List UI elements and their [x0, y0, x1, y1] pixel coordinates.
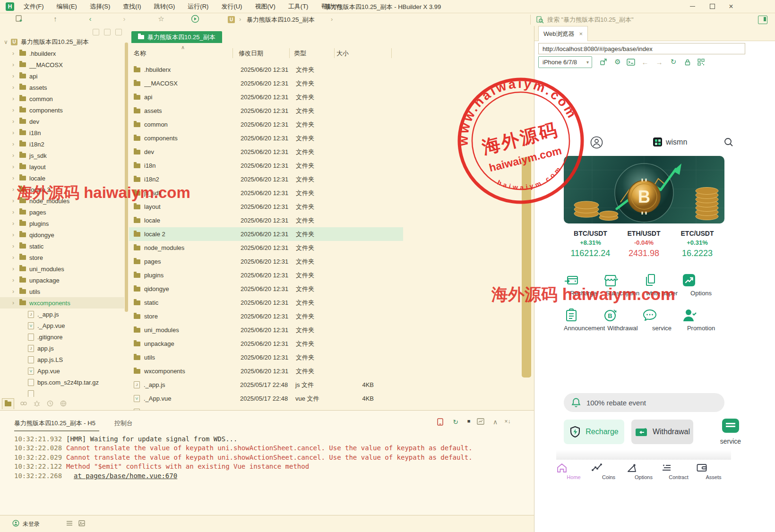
file-row[interactable]: .hbuilderx 2025/06/20 12:31 文件夹 [129, 63, 403, 77]
ticker-item[interactable]: ETC/USDT +0.31% 16.2223 [671, 230, 724, 258]
tree-toggle-icon[interactable]: › [12, 254, 19, 261]
tree-item[interactable]: ._app.js [0, 309, 124, 320]
file-row[interactable]: layout 2025/06/20 12:31 文件夹 [129, 200, 403, 214]
menu-item[interactable]: 查找(I) [123, 2, 141, 11]
tree-toggle-icon[interactable]: › [12, 95, 19, 102]
tree-item[interactable]: › pages [0, 206, 124, 218]
tree-item[interactable]: › locale [0, 172, 124, 184]
menu-item[interactable]: 发行(U) [221, 2, 242, 11]
new-file-icon[interactable] [15, 15, 26, 24]
file-row[interactable]: unpackage 2025/06/20 12:31 文件夹 [129, 337, 403, 351]
login-status[interactable]: 未登录 [23, 520, 40, 528]
tree-item[interactable]: › js_sdk [0, 150, 124, 161]
minimize-button[interactable] [686, 2, 698, 11]
tree-item[interactable]: ._App.vue [0, 320, 124, 331]
file-row[interactable]: ._app.js 2025/05/17 22:48 js 文件 4KB [129, 378, 403, 392]
tree-toggle-icon[interactable]: › [12, 288, 19, 295]
file-row[interactable]: assets 2025/06/20 12:31 文件夹 [129, 104, 403, 118]
file-panel-tab[interactable]: 暴力熊版本四10.25_副本 [131, 31, 222, 43]
tree-item[interactable] [0, 388, 124, 397]
ticker-item[interactable]: ETH/USDT -0.04% 2431.98 [617, 230, 671, 258]
open-external-icon[interactable] [598, 57, 609, 67]
tree-item[interactable]: App.vue [0, 365, 124, 377]
hero-banner-image[interactable]: B [564, 156, 724, 223]
tree-toggle-icon[interactable]: › [12, 118, 19, 125]
file-row[interactable]: components 2025/06/20 12:31 文件夹 [129, 131, 403, 145]
tree-toggle-icon[interactable]: › [12, 300, 19, 306]
forward-icon[interactable]: › [119, 15, 129, 24]
tree-toggle-icon[interactable]: ∨ [4, 39, 11, 45]
grid-white-paper[interactable]: white paper [642, 273, 681, 297]
tree-item[interactable]: › store [0, 252, 124, 263]
settings-gear-icon[interactable]: ⚙ [612, 57, 623, 67]
tree-toggle-icon[interactable]: › [12, 61, 19, 68]
tree-item[interactable]: › assets [0, 82, 124, 93]
tree-item[interactable]: › plugins [0, 218, 124, 229]
filelist-scrollbar[interactable] [522, 157, 531, 378]
list-view-icon[interactable] [66, 520, 73, 526]
tree-toggle-icon[interactable]: › [12, 107, 19, 113]
tree-item[interactable]: › wxcomponents [0, 297, 124, 309]
nav-back-icon[interactable]: ← [639, 57, 651, 67]
tree-item[interactable]: ∨ 暴力熊版本四10.25_副本 [0, 36, 124, 48]
tree-toggle-icon[interactable]: › [12, 243, 19, 249]
bookmark-star-icon[interactable]: ☆ [156, 15, 166, 24]
tree-toggle-icon[interactable]: › [12, 197, 19, 204]
file-row[interactable]: node_modules 2025/06/20 12:31 文件夹 [129, 241, 403, 255]
ticker-item[interactable]: BTC/USDT +8.31% 116212.24 [564, 230, 617, 258]
debug-phone-icon[interactable] [437, 418, 448, 426]
tree-toggle-icon[interactable]: › [12, 50, 19, 57]
recharge-button[interactable]: Recharge [564, 420, 624, 444]
file-row[interactable]: store 2025/06/20 12:31 文件夹 [129, 309, 403, 323]
console-tab-h5[interactable]: 暴力熊版本四10.25_副本 - H5 [14, 419, 95, 428]
tree-toggle-icon[interactable]: › [12, 232, 19, 238]
menu-item[interactable]: 视图(V) [255, 2, 275, 11]
file-row[interactable]: wxcomponents 2025/06/20 12:31 文件夹 [129, 364, 403, 378]
file-row[interactable]: pages 2025/06/20 12:31 文件夹 [129, 255, 403, 268]
file-row[interactable]: plugins 2025/06/20 12:31 文件夹 [129, 268, 403, 282]
global-search-input[interactable]: 搜索 "暴力熊版本四10.25_副本" [530, 15, 739, 25]
clear-console-icon[interactable]: ×↓ [502, 418, 513, 425]
nav-assets[interactable]: Assets [696, 463, 731, 480]
files-view-icon[interactable] [2, 398, 14, 409]
nav-contract[interactable]: Contract [661, 463, 696, 480]
extensions-view-icon[interactable] [60, 400, 67, 407]
browser-tab-close-icon[interactable]: × [579, 30, 583, 37]
tree-item[interactable]: › qidongye [0, 229, 124, 240]
file-row[interactable]: i18n2 2025/06/20 12:31 文件夹 [129, 172, 403, 186]
tree-item[interactable]: › layout [0, 161, 124, 172]
grid-service[interactable]: service [642, 308, 681, 332]
lock-icon[interactable] [682, 57, 693, 67]
debug-view-icon[interactable] [33, 400, 41, 407]
grid-subscription[interactable]: Subscription [603, 273, 642, 297]
device-select[interactable]: iPhone 6/7/8 ▾ [538, 56, 592, 68]
export-log-icon[interactable] [477, 418, 487, 425]
devtools-console-icon[interactable] [625, 57, 637, 67]
collapse-all-icon[interactable] [93, 29, 99, 35]
tree-item[interactable]: › dev [0, 116, 124, 127]
url-input[interactable]: http://localhost:8080/#/pages/base/index [538, 43, 745, 54]
breadcrumb[interactable]: 暴力熊版本四10.25_副本 [247, 16, 315, 24]
tree-toggle-icon[interactable]: › [12, 220, 19, 227]
tree-item[interactable]: › common [0, 93, 124, 104]
grid-withdrawal[interactable]: B Withdrawal [603, 308, 642, 332]
tree-item[interactable]: › __MACOSX [0, 59, 124, 70]
maximize-button[interactable] [706, 2, 718, 11]
service-float-button[interactable]: service [715, 419, 746, 445]
file-row[interactable]: dev 2025/06/20 12:31 文件夹 [129, 145, 403, 159]
tree-toggle-icon[interactable]: › [12, 129, 19, 136]
tree-toggle-icon[interactable]: › [12, 175, 19, 181]
file-row[interactable]: api 2025/06/20 12:31 文件夹 [129, 90, 403, 104]
browser-tab[interactable]: Web浏览器 × [538, 26, 588, 41]
grid-recharge[interactable]: Recharge [564, 273, 603, 297]
stop-icon[interactable]: ■ [464, 418, 474, 424]
tree-toggle-icon[interactable]: › [12, 277, 19, 283]
nav-coins[interactable]: Coins [591, 463, 626, 480]
tree-item[interactable]: › i18n2 [0, 138, 124, 150]
menu-item[interactable]: 文件(F) [24, 2, 44, 11]
nav-options[interactable]: Options [626, 463, 661, 480]
tree-toggle-icon[interactable]: › [12, 73, 19, 79]
tree-item[interactable]: › utils [0, 286, 124, 297]
col-type[interactable]: 类型 [294, 49, 306, 58]
tree-item[interactable]: app.js.LS [0, 354, 124, 365]
